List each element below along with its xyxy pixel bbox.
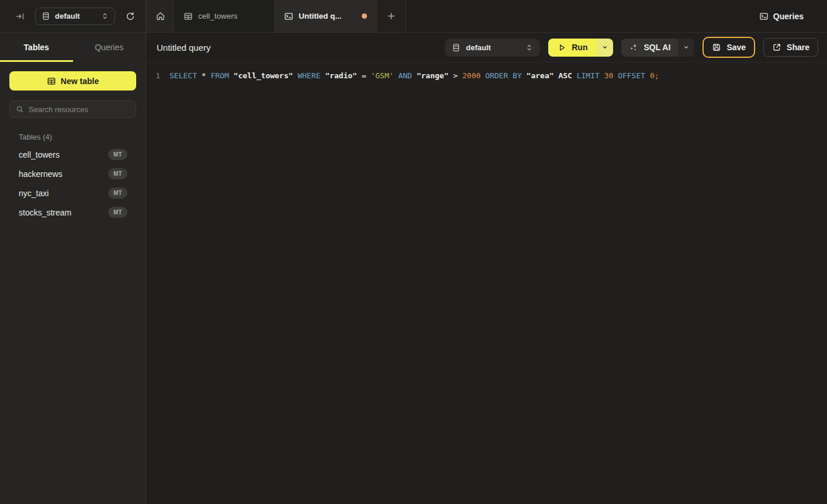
share-button[interactable]: Share — [763, 38, 818, 57]
database-selector[interactable]: default — [35, 8, 115, 25]
table-icon — [47, 77, 56, 86]
sidebar: Tables Queries New table Tables (4) cell… — [0, 33, 146, 504]
run-options-caret[interactable] — [597, 39, 613, 57]
sidebar-tab-tables[interactable]: Tables — [0, 33, 73, 62]
line-number: 1 — [146, 70, 160, 81]
terminal-icon — [759, 12, 769, 21]
tab-label: cell_towers — [198, 12, 238, 20]
database-icon — [452, 43, 461, 52]
sql-code-line[interactable]: 1 SELECT * FROM "cell_towers" WHERE "rad… — [146, 70, 827, 81]
topbar-spacer — [406, 0, 750, 32]
tab-label: Untitled q... — [299, 12, 342, 20]
sidebar-tabs: Tables Queries — [0, 33, 146, 62]
search-resources-box — [9, 100, 136, 118]
sidebar-tab-label: Queries — [95, 43, 123, 52]
new-table-button-label: New table — [61, 77, 99, 86]
table-name: stocks_stream — [19, 208, 71, 217]
share-button-label: Share — [787, 43, 809, 52]
queries-button-label: Queries — [773, 12, 804, 21]
table-engine-badge: MT — [108, 187, 127, 199]
sql-ai-button-label: SQL AI — [643, 43, 670, 52]
search-resources-input[interactable] — [29, 105, 130, 114]
query-title[interactable]: Untitled query — [157, 43, 211, 53]
chevron-down-icon — [601, 44, 608, 51]
table-row-stocks-stream[interactable]: stocks_stream MT — [0, 203, 146, 222]
database-icon — [41, 12, 50, 20]
table-row-nyc-taxi[interactable]: nyc_taxi MT — [0, 183, 146, 203]
chevrons-up-down-icon — [101, 12, 109, 20]
unsaved-changes-dot — [362, 13, 367, 19]
toolbar-database-value: default — [466, 43, 520, 52]
sidebar-tab-label: Tables — [24, 43, 49, 52]
table-row-hackernews[interactable]: hackernews MT — [0, 164, 146, 183]
play-icon — [558, 43, 566, 52]
table-name: hackernews — [19, 169, 63, 179]
sql-ai-button[interactable]: SQL AI — [621, 39, 678, 57]
chevrons-up-down-icon — [525, 44, 533, 51]
run-button[interactable]: Run — [548, 39, 597, 57]
arrow-right-to-line-icon — [15, 12, 25, 21]
sql-ai-options-caret[interactable] — [678, 39, 694, 57]
new-table-button[interactable]: New table — [9, 71, 136, 91]
tables-section-title: Tables (4) — [19, 133, 136, 141]
chevron-down-icon — [683, 44, 690, 51]
run-split-button: Run — [548, 39, 613, 57]
refresh-button[interactable] — [123, 9, 137, 23]
sidebar-tab-queries[interactable]: Queries — [73, 33, 146, 62]
toolbar-database-selector[interactable]: default — [445, 39, 540, 57]
tables-list: cell_towers MT hackernews MT nyc_taxi MT… — [0, 145, 146, 222]
tab-untitled-query-active[interactable]: Untitled q... — [275, 0, 377, 32]
table-engine-badge: MT — [108, 149, 127, 160]
table-icon — [184, 12, 193, 21]
sql-ai-split-button: SQL AI — [621, 39, 694, 57]
save-button[interactable]: Save — [703, 37, 755, 58]
refresh-icon — [126, 12, 135, 21]
save-icon — [712, 43, 721, 52]
save-button-label: Save — [726, 43, 746, 52]
search-icon — [16, 105, 24, 113]
new-tab-button[interactable] — [377, 0, 406, 32]
plus-icon — [387, 12, 396, 20]
tab-home[interactable] — [146, 0, 174, 32]
home-icon — [155, 11, 165, 21]
topbar-left-section: default — [0, 0, 146, 32]
database-selector-value: default — [55, 12, 96, 20]
main-panel: Untitled query default — [146, 33, 827, 504]
sql-code-content: SELECT * FROM "cell_towers" WHERE "radio… — [169, 70, 659, 81]
table-engine-badge: MT — [108, 207, 127, 218]
sparkles-icon — [629, 43, 638, 52]
collapse-sidebar-button[interactable] — [13, 9, 27, 23]
table-name: cell_towers — [19, 150, 60, 159]
queries-button[interactable]: Queries — [750, 0, 827, 32]
share-icon — [772, 43, 781, 52]
run-button-label: Run — [572, 43, 587, 52]
terminal-icon — [284, 12, 293, 21]
tab-cell-towers[interactable]: cell_towers — [174, 0, 275, 32]
table-engine-badge: MT — [108, 168, 127, 179]
table-name: nyc_taxi — [19, 189, 49, 198]
sql-editor[interactable]: 1 SELECT * FROM "cell_towers" WHERE "rad… — [146, 62, 827, 504]
query-toolbar: Untitled query default — [146, 33, 827, 62]
top-bar: default cell_towers Untitled q... — [0, 0, 827, 33]
table-row-cell-towers[interactable]: cell_towers MT — [0, 145, 146, 164]
